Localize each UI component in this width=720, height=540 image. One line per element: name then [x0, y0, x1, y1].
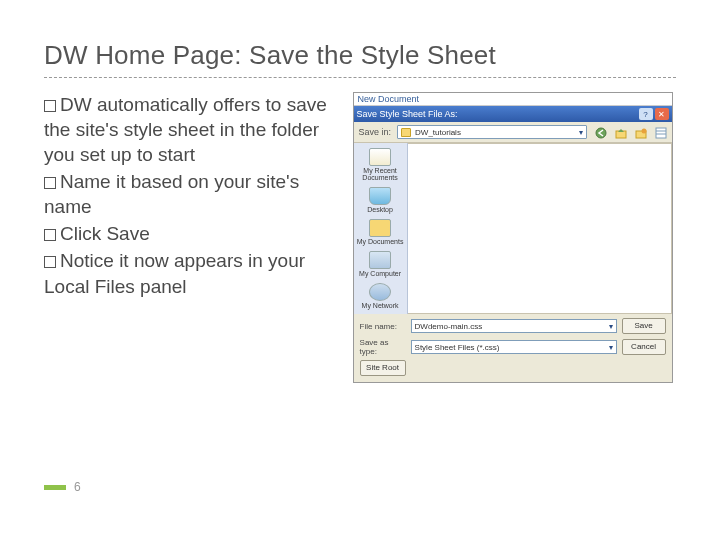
saveas-label: Save as type: — [360, 338, 406, 356]
up-icon[interactable] — [613, 125, 627, 139]
site-root-button[interactable]: Site Root — [360, 360, 406, 376]
savein-value: DW_tutorials — [415, 128, 574, 137]
chevron-down-icon: ▾ — [579, 128, 583, 137]
mydocs-icon — [369, 219, 391, 237]
help-button[interactable]: ? — [639, 108, 653, 120]
cancel-button[interactable]: Cancel — [622, 339, 666, 355]
checkbox-icon — [44, 229, 56, 241]
savein-dropdown[interactable]: DW_tutorials ▾ — [397, 125, 586, 139]
filename-label: File name: — [360, 322, 406, 331]
bullet-item: Notice it now appears in your Local File… — [44, 248, 343, 298]
checkbox-icon — [44, 256, 56, 268]
sidebar-item-mydocs[interactable]: My Documents — [355, 218, 405, 246]
sidebar-item-network[interactable]: My Network — [355, 282, 405, 310]
bullet-item: Name it based on your site's name — [44, 169, 343, 219]
save-dialog: New Document Save Style Sheet File As: ?… — [353, 92, 673, 383]
bullet-item: DW automatically offers to save the site… — [44, 92, 343, 167]
svg-point-3 — [641, 129, 646, 134]
savein-label: Save in: — [359, 127, 392, 137]
saveas-dropdown[interactable]: Style Sheet Files (*.css) ▾ — [411, 340, 617, 354]
back-icon[interactable] — [593, 125, 607, 139]
svg-point-0 — [596, 128, 606, 138]
checkbox-icon — [44, 177, 56, 189]
sidebar-item-computer[interactable]: My Computer — [355, 250, 405, 278]
outer-dialog-title: New Document — [354, 93, 672, 106]
network-icon — [369, 283, 391, 301]
chevron-down-icon: ▾ — [609, 343, 613, 352]
desktop-icon — [369, 187, 391, 205]
page-number: 6 — [44, 480, 81, 494]
save-button[interactable]: Save — [622, 318, 666, 334]
dialog-toolbar: Save in: DW_tutorials ▾ — [354, 122, 672, 143]
bullet-item: Click Save — [44, 221, 343, 246]
filename-input[interactable]: DWdemo-main.css ▾ — [411, 319, 617, 333]
sidebar-item-recent[interactable]: My Recent Documents — [355, 147, 405, 182]
recent-docs-icon — [369, 148, 391, 166]
chevron-down-icon: ▾ — [609, 322, 613, 331]
slide-title: DW Home Page: Save the Style Sheet — [44, 40, 676, 78]
bullet-list: DW automatically offers to save the site… — [44, 92, 343, 383]
svg-rect-1 — [616, 131, 626, 138]
new-folder-icon[interactable] — [633, 125, 647, 139]
accent-bar — [44, 485, 66, 490]
views-icon[interactable] — [653, 125, 667, 139]
folder-icon — [401, 128, 411, 137]
close-button[interactable]: ✕ — [655, 108, 669, 120]
screenshot-figure: New Document Save Style Sheet File As: ?… — [353, 92, 676, 383]
dialog-title-text: Save Style Sheet File As: — [357, 109, 458, 119]
sidebar-item-desktop[interactable]: Desktop — [355, 186, 405, 214]
file-list-area[interactable] — [408, 143, 672, 314]
places-sidebar: My Recent Documents Desktop My Documents… — [354, 143, 408, 314]
checkbox-icon — [44, 100, 56, 112]
dialog-titlebar: Save Style Sheet File As: ? ✕ — [354, 106, 672, 122]
svg-rect-4 — [656, 128, 666, 138]
computer-icon — [369, 251, 391, 269]
